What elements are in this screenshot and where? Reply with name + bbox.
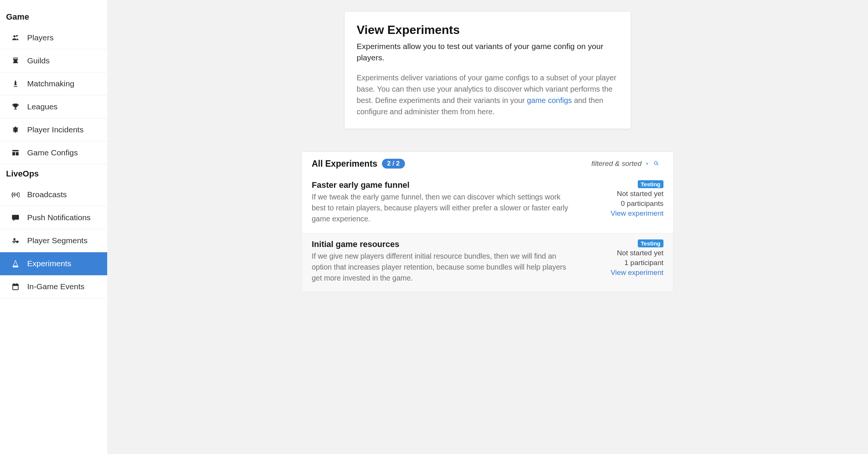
calendar-icon <box>11 282 20 291</box>
sidebar-item-push-notifications[interactable]: Push Notifications <box>0 206 107 229</box>
experiment-title: Initial game resources <box>312 239 575 249</box>
sidebar-item-label: Guilds <box>27 56 50 65</box>
table-icon <box>11 149 20 157</box>
experiment-started-status: Not started yet <box>617 190 663 198</box>
sidebar-item-label: Broadcasts <box>27 190 67 199</box>
sidebar-item-label: Player Segments <box>27 236 88 245</box>
sidebar-item-label: Game Configs <box>27 148 78 157</box>
flask-icon <box>11 259 20 268</box>
view-experiment-link[interactable]: View experiment <box>611 268 663 277</box>
user-tag-icon <box>11 236 20 245</box>
sidebar-item-label: Push Notifications <box>27 213 91 222</box>
message-icon <box>11 213 20 222</box>
sidebar-item-players[interactable]: Players <box>0 26 107 49</box>
experiments-list: Faster early game funnelIf we tweak the … <box>302 174 673 292</box>
sidebar-item-broadcasts[interactable]: Broadcasts <box>0 183 107 206</box>
sidebar-item-player-incidents[interactable]: Player Incidents <box>0 118 107 141</box>
experiment-started-status: Not started yet <box>617 249 663 257</box>
sidebar-item-guilds[interactable]: Guilds <box>0 49 107 72</box>
experiment-description: If we tweak the early game funnel, then … <box>312 192 575 225</box>
trophy-icon <box>11 103 20 111</box>
sidebar-item-label: In-Game Events <box>27 282 85 291</box>
experiment-description: If we give new players different initial… <box>312 251 575 284</box>
experiment-row: Faster early game funnelIf we tweak the … <box>302 174 673 233</box>
sidebar: GamePlayersGuildsMatchmakingLeaguesPlaye… <box>0 0 107 454</box>
users-icon <box>11 34 20 42</box>
chess-icon <box>11 80 20 88</box>
sidebar-item-leagues[interactable]: Leagues <box>0 95 107 118</box>
sidebar-item-label: Player Incidents <box>27 125 83 134</box>
rook-icon <box>11 57 20 65</box>
page-title: View Experiments <box>357 23 619 37</box>
experiments-title: All Experiments <box>312 159 377 169</box>
chevron-right-icon <box>645 161 650 166</box>
search-icon <box>653 160 660 167</box>
experiments-header: All Experiments 2 / 2 filtered & sorted <box>302 152 673 174</box>
experiments-card: All Experiments 2 / 2 filtered & sorted … <box>302 152 674 293</box>
experiment-title: Faster early game funnel <box>312 180 575 190</box>
sidebar-item-in-game-events[interactable]: In-Game Events <box>0 275 107 298</box>
sidebar-item-game-configs[interactable]: Game Configs <box>0 141 107 164</box>
sidebar-section-title: LiveOps <box>0 164 107 183</box>
experiment-row: Initial game resourcesIf we give new pla… <box>302 233 673 292</box>
experiment-participants: 0 participants <box>621 199 663 208</box>
experiment-participants: 1 participant <box>624 259 663 267</box>
main-content: View Experiments Experiments allow you t… <box>107 0 868 454</box>
view-experiment-link[interactable]: View experiment <box>611 209 663 218</box>
filter-sort-control[interactable]: filtered & sorted <box>591 160 660 168</box>
sidebar-item-label: Leagues <box>27 102 58 111</box>
broadcast-icon <box>11 190 20 199</box>
sidebar-item-label: Matchmaking <box>27 79 74 88</box>
sidebar-item-label: Players <box>27 33 54 42</box>
count-badge: 2 / 2 <box>382 159 405 169</box>
bug-icon <box>11 126 20 134</box>
sidebar-item-experiments[interactable]: Experiments <box>0 252 107 275</box>
sidebar-item-player-segments[interactable]: Player Segments <box>0 229 107 252</box>
page-subtitle: Experiments allow you to test out varian… <box>357 41 619 64</box>
sidebar-section-title: Game <box>0 8 107 26</box>
game-configs-link[interactable]: game configs <box>527 96 572 104</box>
sidebar-item-label: Experiments <box>27 259 71 268</box>
status-badge: Testing <box>638 239 663 247</box>
filter-sort-label: filtered & sorted <box>591 160 642 168</box>
page-description: Experiments deliver variations of your g… <box>357 72 619 117</box>
status-badge: Testing <box>638 180 663 188</box>
intro-card: View Experiments Experiments allow you t… <box>344 11 631 129</box>
sidebar-item-matchmaking[interactable]: Matchmaking <box>0 72 107 95</box>
